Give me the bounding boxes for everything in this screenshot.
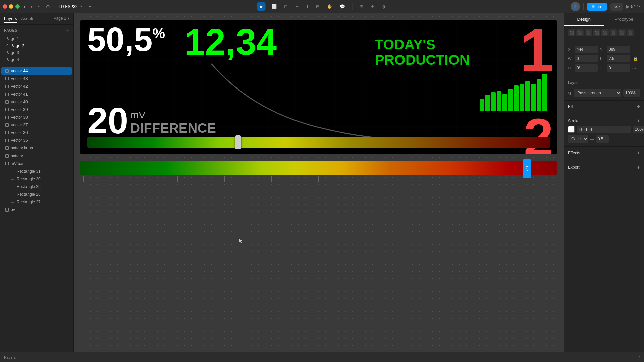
home-button[interactable]: ⌂ (36, 3, 42, 11)
layer-vector44[interactable]: Vector 44 (1, 67, 72, 75)
play-button[interactable]: ▶ (626, 4, 630, 9)
hand-tool[interactable]: ✋ (325, 2, 334, 11)
prototype-tab[interactable]: Prototype (604, 13, 644, 26)
layer-rect31[interactable]: — Rectangle 31 (1, 168, 72, 175)
distribute-v-button[interactable]: ⬛ (627, 29, 634, 36)
frame-tool[interactable]: ⬜ (270, 2, 278, 11)
layer-battery-knob[interactable]: battery knob (1, 144, 72, 152)
stroke-position-select[interactable]: Center (568, 135, 588, 143)
layer-vector43[interactable]: Vector 43 (1, 75, 72, 82)
stroke-color-swatch[interactable] (568, 126, 575, 133)
add-page-button[interactable]: + (66, 27, 69, 33)
pen-tool[interactable]: ✒ (293, 2, 301, 11)
avatar[interactable]: 👤 (571, 2, 580, 11)
component-tool[interactable]: ⊞ (314, 2, 321, 11)
design-tab[interactable]: Design (564, 13, 604, 26)
resize-tool[interactable]: ⊡ (358, 2, 365, 11)
new-tab-button[interactable]: + (89, 4, 92, 10)
add-effect-button[interactable]: + (637, 150, 640, 156)
maximize-button[interactable] (15, 4, 20, 9)
layer-vector36[interactable]: Vector 36 (1, 129, 72, 136)
layer-vector37[interactable]: Vector 37 (1, 121, 72, 129)
share-button[interactable]: Share (587, 3, 607, 11)
layer-vector40[interactable]: Vector 40 (1, 98, 72, 106)
corner-input[interactable] (607, 64, 630, 72)
select-tool[interactable]: ▶ (257, 2, 266, 11)
blue-knob[interactable]: 87.5 (523, 159, 531, 178)
add-fill-button[interactable]: + (637, 104, 640, 109)
canvas-area[interactable]: 50,5 % 20 mV DIFFERENCE 12,34 (74, 13, 564, 352)
layer-rect30[interactable]: — Rectangle 30 (1, 175, 72, 183)
layer-vector-icon (5, 85, 9, 88)
star-tool[interactable]: ✦ (369, 2, 376, 11)
stroke-opacity-input[interactable] (633, 126, 644, 133)
forward-button[interactable]: › (30, 3, 34, 11)
add-stroke-button[interactable]: + (637, 118, 640, 124)
page-dropdown[interactable]: Page 2 ▾ (54, 16, 69, 23)
layer-rect28[interactable]: — Rectangle 28 (1, 191, 72, 198)
align-left-button[interactable]: ⬛ (568, 29, 575, 36)
layer-vector38[interactable]: Vector 38 (1, 114, 72, 121)
layer-mv-bar[interactable]: mV bar (1, 160, 72, 167)
x-input[interactable] (575, 46, 598, 53)
standalone-gradient-bar: 87.5 (80, 161, 557, 182)
layer-vector42[interactable]: Vector 42 (1, 83, 72, 90)
pen-icon: ✒ (295, 4, 299, 9)
minimize-button[interactable] (9, 4, 13, 9)
distribute-h-button[interactable]: ⬛ (618, 29, 626, 36)
stroke-width-input[interactable] (596, 135, 609, 143)
bar-2 (485, 95, 490, 111)
text-tool[interactable]: T (305, 2, 311, 11)
tab-td-esp32[interactable]: TD ESP32 ✕ (54, 3, 87, 11)
blend-mode-select[interactable]: Pass through (574, 89, 621, 97)
layer-vector39[interactable]: Vector 39 (1, 106, 72, 113)
gradient-slider (87, 137, 550, 148)
align-bottom-button[interactable]: ⬛ (610, 29, 617, 36)
more-options-icon[interactable]: ••• (632, 66, 636, 70)
layer-vector-icon (5, 100, 9, 104)
design-panel: Design Prototype ⬛ ⬛ ⬛ ⬛ ⬛ ⬛ ⬛ ⬛ X Y (564, 13, 644, 352)
stroke-hex-input[interactable] (577, 126, 631, 133)
lock-ratio-icon[interactable]: 🔒 (633, 56, 638, 61)
page-item-2[interactable]: ✓ Page 2 (4, 42, 69, 49)
h-input[interactable] (607, 55, 630, 62)
panel-tab-bar: Design Prototype (564, 13, 644, 26)
production-label-container: TODAY'S PRODUCTION (375, 37, 470, 68)
shape-tool[interactable]: ◻ (282, 2, 289, 11)
slider-handle[interactable] (235, 135, 241, 149)
page-item-3[interactable]: Page 3 (4, 49, 69, 56)
help-button[interactable]: ? (638, 355, 640, 360)
layer-rect29[interactable]: — Rectangle 29 (1, 183, 72, 190)
layer-vector35[interactable]: Vector 35 (1, 137, 72, 144)
layer-vector41[interactable]: Vector 41 (1, 90, 72, 98)
tab-close-icon[interactable]: ✕ (80, 5, 83, 8)
opacity-input[interactable] (623, 89, 640, 97)
align-center-v-button[interactable]: ⬛ (601, 29, 609, 36)
y-input[interactable] (607, 46, 630, 53)
stroke-options-button[interactable]: ⋯ (632, 118, 636, 124)
layer-battery[interactable]: battery (1, 152, 72, 160)
contrast-tool[interactable]: ◑ (380, 2, 387, 11)
rotation-input[interactable] (575, 64, 598, 72)
align-center-h-button[interactable]: ⬛ (576, 29, 584, 36)
layer-rect27[interactable]: — Rectangle 27 (1, 198, 72, 206)
layer-vector-icon (5, 108, 9, 111)
w-input[interactable] (575, 55, 598, 62)
assets-tab[interactable]: Assets (21, 16, 34, 23)
back-button[interactable]: ‹ (22, 3, 27, 11)
fill-header: Fill + (568, 104, 640, 109)
page-item-1[interactable]: Page 1 (4, 35, 69, 42)
align-top-button[interactable]: ⬛ (593, 29, 600, 36)
stroke-position-row: Center — (568, 135, 640, 143)
layer-pv[interactable]: pv (1, 206, 72, 214)
layer-vector-icon (5, 131, 9, 134)
add-export-button[interactable]: + (637, 165, 640, 170)
close-button[interactable] (3, 4, 7, 9)
bar-7 (514, 85, 519, 111)
globe-button[interactable]: ⊕ (45, 3, 51, 11)
align-right-button[interactable]: ⬛ (585, 29, 592, 36)
layers-tab[interactable]: Layers (4, 16, 17, 23)
page-item-4[interactable]: Page 4 (4, 56, 69, 63)
comment-tool[interactable]: 💬 (338, 2, 347, 11)
code-button[interactable]: </> (610, 3, 623, 11)
